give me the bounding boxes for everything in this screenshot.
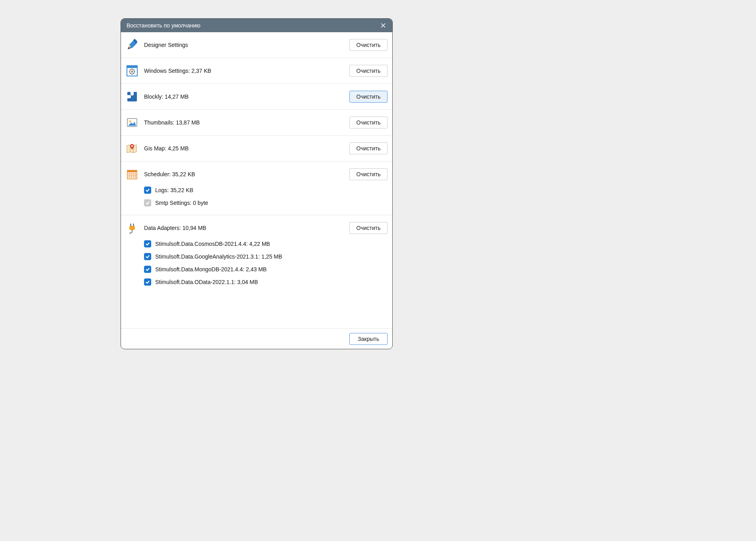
- row-blockly: Blockly: 14,27 MB Очистить: [121, 84, 392, 110]
- row-label: Data Adapters: 10,94 MB: [144, 225, 349, 231]
- row-label: Thumbnails: 13,87 MB: [144, 119, 349, 126]
- svg-point-18: [129, 121, 131, 123]
- svg-line-12: [130, 70, 131, 70]
- sub-label: Stimulsoft.Data.GoogleAnalytics-2021.3.1…: [155, 253, 282, 260]
- sub-label: Stimulsoft.Data.OData-2022.1.1: 3,04 MB: [155, 279, 258, 285]
- svg-point-7: [131, 71, 133, 73]
- subrow-smtp: Smtp Settings: 0 byte: [126, 197, 388, 209]
- sub-label: Stimulsoft.Data.CosmosDB-2021.4.4: 4,22 …: [155, 241, 270, 247]
- svg-rect-24: [127, 170, 137, 172]
- svg-rect-32: [129, 226, 135, 230]
- row-gismap: Gis Map: 4,25 MB Очистить: [121, 136, 392, 162]
- svg-point-22: [131, 145, 133, 147]
- checkbox[interactable]: [144, 240, 151, 247]
- titlebar: Восстановить по умолчанию: [121, 19, 392, 32]
- row-label: Blockly: 14,27 MB: [144, 93, 349, 100]
- svg-rect-5: [127, 66, 137, 68]
- dialog-title: Восстановить по умолчанию: [127, 22, 378, 29]
- clear-button[interactable]: Очистить: [349, 168, 388, 180]
- clear-button[interactable]: Очистить: [349, 91, 388, 103]
- subrow-adapter: Stimulsoft.Data.CosmosDB-2021.4.4: 4,22 …: [126, 237, 388, 250]
- subrow-adapter: Stimulsoft.Data.GoogleAnalytics-2021.3.1…: [126, 250, 388, 263]
- close-button[interactable]: Закрыть: [349, 333, 388, 345]
- row-windows: Windows Settings: 2,37 KB Очистить: [121, 58, 392, 84]
- close-icon[interactable]: [378, 20, 388, 31]
- row-thumbnails: Thumbnails: 13,87 MB Очистить: [121, 110, 392, 136]
- svg-line-14: [134, 70, 134, 70]
- clear-button[interactable]: Очистить: [349, 65, 388, 77]
- sub-label: Logs: 35,22 KB: [155, 187, 193, 193]
- checkbox[interactable]: [144, 253, 151, 260]
- clear-button[interactable]: Очистить: [349, 117, 388, 128]
- content-area: Designer Settings Очистить: [121, 32, 392, 328]
- map-pin-icon: [126, 142, 138, 155]
- calendar-icon: [126, 168, 138, 181]
- restore-defaults-dialog: Восстановить по умолчанию Designer Setti…: [121, 18, 393, 349]
- image-icon: [126, 116, 138, 129]
- clear-button[interactable]: Очистить: [349, 39, 388, 51]
- checkbox[interactable]: [144, 187, 151, 194]
- pencil-icon: [126, 39, 138, 51]
- checkbox[interactable]: [144, 266, 151, 273]
- row-scheduler: Scheduler: 35,22 KB Очистить Logs: 35,22…: [121, 162, 392, 215]
- gear-icon: [126, 64, 138, 77]
- clear-button[interactable]: Очистить: [349, 222, 388, 234]
- row-adapters: Data Adapters: 10,94 MB Очистить Stimuls…: [121, 215, 392, 294]
- sub-label: Smtp Settings: 0 byte: [155, 200, 208, 206]
- puzzle-icon: [126, 90, 138, 103]
- svg-rect-33: [130, 224, 131, 226]
- subrow-logs: Logs: 35,22 KB: [126, 184, 388, 197]
- row-label: Windows Settings: 2,37 KB: [144, 68, 349, 74]
- row-designer: Designer Settings Очистить: [121, 32, 392, 58]
- dialog-footer: Закрыть: [121, 328, 392, 349]
- svg-line-15: [130, 73, 131, 74]
- svg-line-13: [134, 73, 134, 74]
- clear-button[interactable]: Очистить: [349, 142, 388, 154]
- checkbox: [144, 199, 151, 206]
- row-label: Scheduler: 35,22 KB: [144, 171, 349, 177]
- row-label: Gis Map: 4,25 MB: [144, 145, 349, 152]
- checkbox[interactable]: [144, 278, 151, 286]
- subrow-adapter: Stimulsoft.Data.OData-2022.1.1: 3,04 MB: [126, 276, 388, 288]
- svg-rect-34: [133, 224, 134, 226]
- plug-icon: [126, 222, 138, 234]
- row-label: Designer Settings: [144, 42, 349, 48]
- sub-label: Stimulsoft.Data.MongoDB-2021.4.4: 2,43 M…: [155, 266, 267, 272]
- subrow-adapter: Stimulsoft.Data.MongoDB-2021.4.4: 2,43 M…: [126, 263, 388, 276]
